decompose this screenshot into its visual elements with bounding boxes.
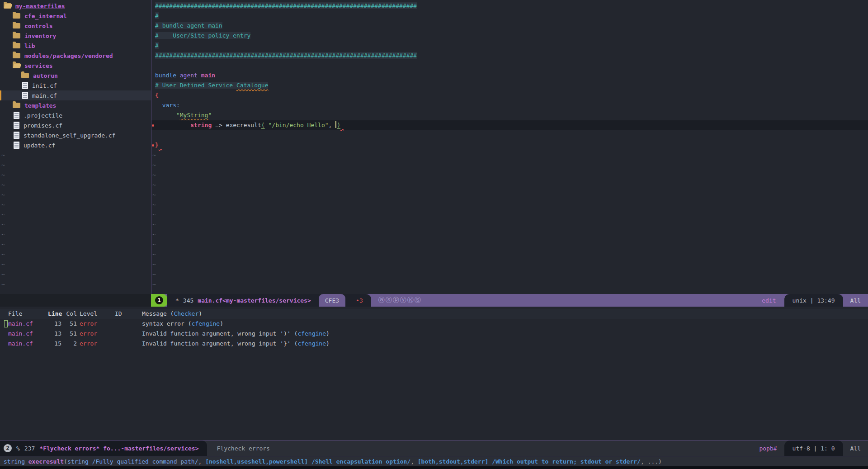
folder-icon	[21, 73, 29, 78]
id-cell	[115, 319, 142, 329]
eldoc-token: (	[64, 458, 67, 465]
tree-item-init-cf[interactable]: init.cf	[0, 81, 151, 90]
tree-item-update-cf[interactable]: update.cf	[0, 140, 151, 150]
sidebar-modeline	[0, 294, 151, 307]
folder-icon	[13, 53, 20, 58]
tree-item-label: services	[24, 62, 53, 69]
tree-item-main-cf[interactable]: main.cf	[0, 90, 151, 100]
flycheck-errors-window[interactable]: FileLineColLevelIDMessage (Checker) main…	[0, 307, 868, 440]
file-cell: main.cf	[8, 339, 48, 349]
empty-line-indicator: ~	[0, 180, 151, 190]
readonly-indicator: %	[16, 445, 20, 452]
code-line-15[interactable]: }	[151, 140, 868, 150]
message-cell: Message (Checker)	[142, 309, 868, 319]
edit-state-indicator: edit	[762, 297, 784, 304]
empty-line-indicator: ~	[0, 190, 151, 200]
buffer-size: 345	[183, 297, 193, 304]
tree-item-modules-packages-vendored[interactable]: modules/packages/vendored	[0, 51, 151, 61]
empty-line-indicator: ~	[0, 200, 151, 210]
tree-item-label: standalone_self_upgrade.cf	[24, 132, 116, 139]
tree-item-label: my-masterfiles	[15, 3, 65, 9]
level-cell: error	[80, 339, 115, 349]
major-mode-name[interactable]: Flycheck errors	[207, 441, 270, 456]
tree-item-inventory[interactable]: inventory	[0, 31, 151, 41]
buffer-name[interactable]: *Flycheck errors* fo...-masterfiles/serv…	[39, 445, 198, 452]
code-line-7[interactable]	[151, 61, 868, 71]
folder-icon	[13, 33, 20, 38]
checker-name: cfengine	[297, 340, 326, 347]
empty-line-indicator: ~	[151, 240, 868, 250]
code-line-10[interactable]: {	[151, 90, 868, 100]
id-cell: ID	[115, 309, 142, 319]
empty-line-indicator: ~	[151, 250, 868, 260]
tree-item-standalone-self-upgrade-cf[interactable]: standalone_self_upgrade.cf	[0, 130, 151, 140]
empty-line-indicator: ~	[151, 150, 868, 160]
buffer-size: 237	[24, 445, 35, 452]
file-icon	[14, 132, 19, 139]
empty-line-indicator: ~	[0, 220, 151, 230]
col-cell: Col	[64, 309, 80, 319]
tree-item-templates[interactable]: templates	[0, 100, 151, 110]
tree-item-label: autorun	[33, 72, 58, 79]
code-line-6[interactable]: ########################################…	[151, 51, 868, 61]
checker-name: cfengine	[192, 320, 220, 327]
error-row[interactable]: main.cf152errorInvalid function argument…	[0, 339, 868, 349]
code-line-11[interactable]: vars:	[151, 100, 868, 110]
empty-line-indicator: ~	[151, 210, 868, 220]
line-cell: Line	[48, 309, 64, 319]
tree-item-label: update.cf	[24, 142, 55, 149]
editor-window[interactable]: ########################################…	[151, 0, 868, 294]
code-line-9[interactable]: # User Defined Service Catalogue	[151, 81, 868, 90]
empty-line-indicator: ~	[0, 170, 151, 180]
folder-icon	[13, 103, 20, 108]
tree-item-lib[interactable]: lib	[0, 41, 151, 51]
scroll-position: All	[843, 294, 868, 307]
eldoc-token	[308, 458, 311, 465]
file-cell: File	[8, 309, 48, 319]
major-mode-chip[interactable]: CFE3	[319, 294, 345, 307]
encoding-and-position: utf-8 | 1: 0	[784, 441, 843, 456]
tree-item-label: inventory	[24, 33, 56, 39]
code-line-4[interactable]: # - User/Site policy entry	[151, 31, 868, 41]
treemacs-sidebar: my-masterfilescfe_internalcontrolsinvent…	[0, 0, 151, 294]
empty-line-indicator: ~	[151, 220, 868, 230]
error-fringe-dot	[152, 144, 154, 147]
flycheck-rows: main.cf1351errorsyntax error (cfengine)m…	[0, 319, 868, 349]
id-cell	[115, 329, 142, 339]
empty-line-indicator: ~	[151, 160, 868, 170]
buffer-name[interactable]: main.cf<my-masterfiles/services>	[198, 297, 311, 304]
echo-area-eldoc: string execresult(string /Fully qualifie…	[0, 457, 868, 466]
error-row[interactable]: main.cf1351errorsyntax error (cfengine)	[0, 319, 868, 329]
tree-item-cfe-internal[interactable]: cfe_internal	[0, 11, 151, 21]
folder-icon	[13, 63, 20, 68]
code-line-3[interactable]: # bundle agent main	[151, 21, 868, 31]
empty-line-indicator: ~	[0, 250, 151, 260]
message-cell: syntax error (cfengine)	[142, 319, 868, 329]
tree-item-services[interactable]: services	[0, 61, 151, 71]
tree-item-autorun[interactable]: autorun	[0, 71, 151, 81]
file-icon	[14, 122, 19, 129]
message-cell: Invalid function argument, wrong input '…	[142, 329, 868, 339]
tree-item-projectile[interactable]: .projectile	[0, 110, 151, 120]
code-line-12[interactable]: "MyString"	[151, 110, 868, 120]
code-line-14[interactable]	[151, 130, 868, 140]
code-line-13[interactable]: string => execresult( "/bin/echo Hello",…	[151, 120, 868, 130]
message-cell: Invalid function argument, wrong input '…	[142, 339, 868, 349]
error-row[interactable]: main.cf1351errorInvalid function argumen…	[0, 329, 868, 339]
minor-mode-indicators[interactable]: ⓐⓢⓟⓨⓀⓈ	[378, 296, 422, 304]
emacs-frame: my-masterfilescfe_internalcontrolsinvent…	[0, 0, 868, 469]
eldoc-token: /Fully qualified command path/	[92, 458, 198, 465]
tree-item-my-masterfiles[interactable]: my-masterfiles	[0, 1, 151, 11]
tree-item-promises-cf[interactable]: promises.cf	[0, 120, 151, 130]
code-line-1[interactable]: ########################################…	[151, 1, 868, 11]
tree-item-controls[interactable]: controls	[0, 21, 151, 31]
frame-bottom-strip	[0, 466, 868, 469]
col-cell: 2	[64, 339, 80, 349]
level-cell: error	[80, 319, 115, 329]
code-line-8[interactable]: bundle agent main	[151, 71, 868, 81]
code-line-2[interactable]: #	[151, 11, 868, 21]
folder-icon	[13, 13, 20, 19]
flycheck-error-count[interactable]: •3	[349, 297, 369, 304]
code-line-5[interactable]: #	[151, 41, 868, 51]
tree-item-label: controls	[24, 23, 53, 29]
